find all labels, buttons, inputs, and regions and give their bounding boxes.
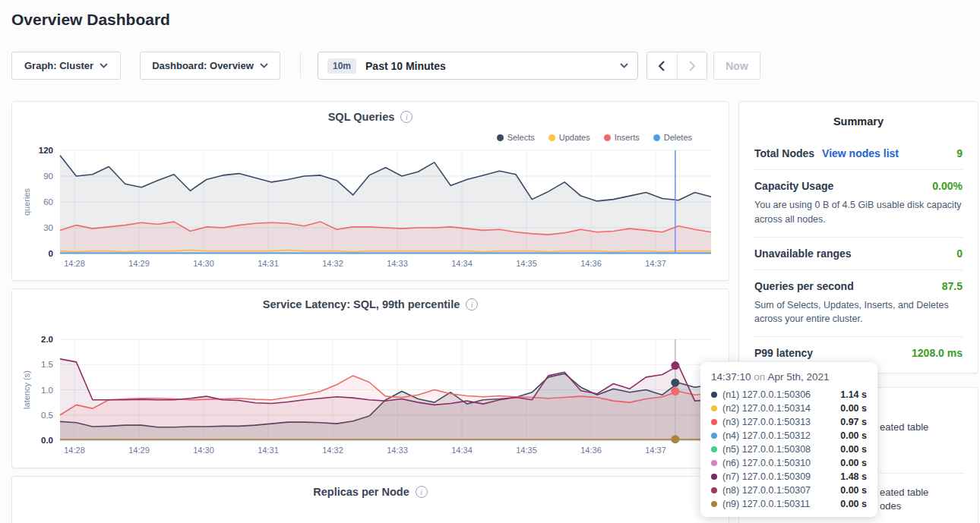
legend-item-updates[interactable]: Updates: [548, 133, 590, 142]
dashboard-dropdown-label: Dashboard: Overview: [152, 60, 254, 71]
prev-range-button[interactable]: [647, 52, 677, 79]
unavailable-ranges-label: Unavailable ranges: [754, 247, 852, 260]
x-tick-label: 14:31: [258, 446, 279, 455]
y-tick-label: 1.0: [41, 386, 53, 395]
sql-queries-plot-svg[interactable]: 14:2814:2914:3014:3114:3214:3314:3414:35…: [12, 102, 730, 282]
x-tick-label: 14:33: [387, 259, 408, 268]
legend-item-deletes[interactable]: Deletes: [653, 133, 692, 142]
next-range-button[interactable]: [677, 52, 707, 79]
x-tick-label: 14:37: [645, 446, 666, 455]
divider: [754, 237, 963, 238]
x-tick-label: 14:33: [387, 446, 408, 455]
total-nodes-label: Total Nodes: [754, 147, 814, 159]
legend-label: Inserts: [615, 133, 640, 142]
x-tick-label: 14:37: [645, 259, 666, 268]
summary-row-p99: P99 latency 1208.0 ms: [754, 347, 963, 359]
summary-title: Summary: [754, 115, 963, 128]
y-tick-label: 0.5: [41, 411, 53, 420]
tooltip-node: (n3) 127.0.0.1:50313: [722, 417, 811, 427]
toolbar-divider: [300, 53, 301, 78]
legend-label: Updates: [559, 133, 590, 142]
node-color-dot-icon: [711, 460, 717, 466]
legend-label: Selects: [507, 133, 535, 142]
x-tick-label: 14:34: [451, 259, 473, 268]
hover-point-dot: [671, 435, 679, 443]
tooltip-value: 1.14 s: [840, 389, 867, 400]
tooltip-date: Apr 5th, 2021: [767, 371, 829, 383]
service-latency-plot-svg[interactable]: 14:2814:2914:3014:3114:3214:3314:3414:35…: [12, 289, 730, 469]
service-latency-chart[interactable]: 14:2814:2914:3014:3114:3214:3314:3414:35…: [12, 289, 729, 468]
node-color-dot-icon: [711, 474, 717, 480]
tooltip-time: 14:37:10: [711, 371, 751, 383]
node-color-dot-icon: [711, 446, 717, 452]
x-tick-label: 14:28: [64, 446, 85, 455]
event-item-fragment: odes: [880, 500, 901, 512]
time-nav-arrows: [646, 52, 707, 80]
divider: [880, 473, 964, 474]
tooltip-on: on: [754, 371, 765, 383]
info-icon[interactable]: i: [416, 486, 428, 498]
legend-dot-icon: [497, 134, 504, 141]
x-tick-label: 14:30: [193, 259, 214, 268]
legend-item-selects[interactable]: Selects: [497, 133, 535, 142]
chevron-left-icon: [658, 60, 665, 72]
legend-dot-icon: [604, 134, 611, 141]
y-tick-label: 1.5: [41, 360, 53, 369]
total-nodes-value: 9: [956, 147, 963, 159]
tooltip-row: (n7) 127.0.0.1:503091.48 s: [711, 470, 867, 484]
hover-point-dot: [671, 387, 679, 395]
divider: [754, 336, 963, 337]
sql-queries-legend: SelectsUpdatesInsertsDeletes: [497, 133, 692, 142]
chevron-down-icon: [620, 63, 628, 68]
x-tick-label: 14:31: [258, 259, 279, 268]
legend-item-inserts[interactable]: Inserts: [604, 133, 640, 142]
tooltip-value: 0.00 s: [840, 499, 867, 509]
x-tick-label: 14:36: [580, 259, 602, 268]
x-tick-label: 14:36: [580, 446, 602, 455]
capacity-usage-label: Capacity Usage: [754, 180, 833, 192]
sql-queries-chart[interactable]: 14:2814:2914:3014:3114:3214:3314:3414:35…: [12, 102, 729, 280]
now-button[interactable]: Now: [713, 52, 760, 80]
node-color-dot-icon: [711, 487, 717, 493]
event-item-fragment: eated table: [880, 487, 928, 498]
view-nodes-list-link[interactable]: View nodes list: [822, 147, 899, 159]
divider: [754, 269, 963, 270]
x-tick-label: 14:35: [516, 259, 537, 268]
legend-dot-icon: [653, 134, 660, 141]
replicas-per-node-card: Replicas per Node i: [11, 476, 729, 523]
qps-desc: Sum of Selects, Updates, Inserts, and De…: [754, 298, 963, 327]
qps-value: 87.5: [942, 280, 963, 292]
hover-point-dot: [671, 361, 679, 370]
tooltip-node: (n5) 127.0.0.1:50308: [722, 444, 811, 455]
tooltip-node: (n8) 127.0.0.1:50307: [722, 485, 811, 496]
y-axis-label: queries: [22, 187, 31, 216]
tooltip-timestamp: 14:37:10 on Apr 5th, 2021: [711, 371, 867, 383]
unavailable-ranges-value: 0: [956, 247, 963, 260]
tooltip-row: (n1) 127.0.0.1:503061.14 s: [711, 388, 867, 402]
tooltip-node: (n6) 127.0.0.1:50310: [722, 458, 811, 468]
hover-point-dot: [671, 379, 679, 387]
node-color-dot-icon: [711, 501, 717, 507]
time-range-label: Past 10 Minutes: [365, 60, 611, 72]
tooltip-row: (n6) 127.0.0.1:503100.00 s: [711, 456, 867, 470]
tooltip-node: (n7) 127.0.0.1:50309: [722, 471, 811, 482]
summary-row-qps: Queries per second 87.5: [754, 280, 963, 292]
tooltip-row: (n9) 127.0.0.1:503110.00 s: [711, 497, 867, 511]
x-tick-label: 14:28: [64, 259, 85, 268]
dashboard-dropdown[interactable]: Dashboard: Overview: [140, 52, 280, 80]
graph-dropdown[interactable]: Graph: Cluster: [11, 52, 121, 80]
tooltip-row: (n4) 127.0.0.1:503120.00 s: [711, 429, 867, 443]
y-axis-label: latency (s): [22, 370, 31, 409]
tooltip-value: 0.00 s: [840, 485, 867, 496]
tooltip-row: (n3) 127.0.0.1:503130.97 s: [711, 415, 867, 429]
y-tick-label: 120: [39, 146, 53, 155]
chevron-down-icon: [260, 63, 268, 68]
page-title: Overview Dashboard: [11, 11, 170, 29]
node-color-dot-icon: [711, 419, 717, 425]
time-range-selector[interactable]: 10m Past 10 Minutes: [318, 52, 638, 80]
y-tick-label: 90: [43, 172, 53, 181]
tooltip-row: (n5) 127.0.0.1:503080.00 s: [711, 443, 867, 456]
tooltip-node: (n4) 127.0.0.1:50312: [722, 430, 811, 441]
chevron-down-icon: [100, 63, 108, 68]
x-tick-label: 14:34: [451, 446, 473, 455]
